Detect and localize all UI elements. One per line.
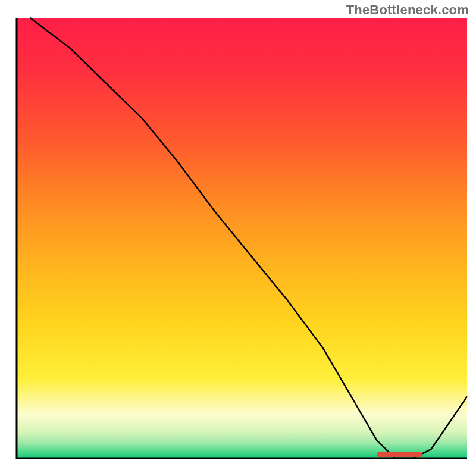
chart-container: TheBottleneck.com — [0, 0, 476, 476]
gradient-background — [17, 18, 467, 458]
plot-svg — [0, 0, 476, 476]
minimum-marker — [377, 452, 422, 457]
